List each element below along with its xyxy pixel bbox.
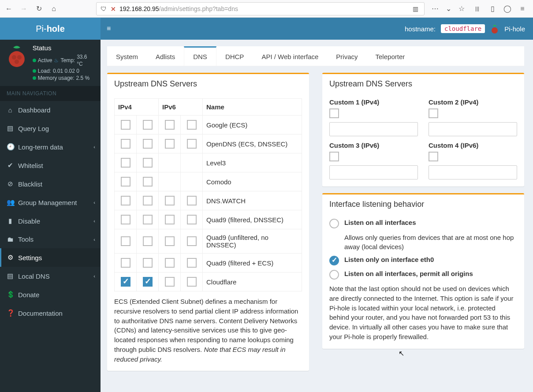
reader-mode-icon[interactable]: ▥ (410, 4, 421, 14)
sidebar-item-donate[interactable]: 💲Donate (0, 285, 101, 304)
content: SystemAdlistsDNSDHCPAPI / Web interfaceP… (101, 40, 531, 392)
dns-checkbox[interactable] (143, 215, 153, 224)
custom-2-checkbox[interactable] (429, 108, 438, 118)
dns-checkbox[interactable] (187, 277, 197, 287)
dns-checkbox[interactable] (121, 158, 130, 168)
nav-label: Tools (18, 235, 34, 243)
sidebar-item-group-management[interactable]: 👥Group Management‹ (0, 193, 101, 212)
listen-all-radio[interactable]: Listen on all interfaces (329, 219, 517, 228)
dns-checkbox[interactable] (165, 258, 175, 268)
dns-checkbox[interactable] (187, 196, 197, 205)
dns-checkbox[interactable] (165, 215, 175, 224)
reload-button[interactable]: ↻ (33, 3, 45, 15)
dns-checkbox[interactable] (121, 177, 130, 187)
logo[interactable]: Pi-hole (0, 18, 101, 40)
dns-checkbox[interactable] (121, 120, 130, 130)
home-button[interactable]: ⌂ (48, 3, 60, 15)
tab-system[interactable]: System (107, 46, 147, 66)
dns-checkbox[interactable] (143, 258, 153, 268)
th-ipv6: IPv6 (159, 99, 203, 116)
dns-name: Quad9 (filtered, DNSSEC) (203, 210, 302, 229)
nav-label: Donate (18, 291, 39, 299)
sidebar-item-documentation[interactable]: ❓Documentation (0, 304, 101, 322)
sidebar-item-long-term-data[interactable]: 🕘Long-term data‹ (0, 138, 101, 156)
status-title: Status (33, 44, 94, 52)
toggle-sidebar-button[interactable]: ≡ (101, 25, 117, 33)
sidebar-item-blacklist[interactable]: ⊘Blacklist (0, 175, 101, 193)
dns-checkbox[interactable] (121, 139, 130, 149)
tab-teleporter[interactable]: Teleporter (367, 46, 414, 66)
dns-name: Google (ECS) (203, 116, 302, 134)
dns-checkbox[interactable] (143, 158, 153, 168)
th-name: Name (203, 99, 302, 116)
custom-2-input[interactable] (429, 122, 517, 136)
sidebar-item-local-dns[interactable]: ▤Local DNS‹ (0, 267, 101, 285)
tab-adlists[interactable]: Adlists (147, 46, 184, 66)
custom-4-checkbox[interactable] (429, 152, 438, 161)
dns-checkbox[interactable] (121, 196, 130, 205)
listen-permit-all-radio[interactable]: Listen on all interfaces, permit all ori… (329, 270, 517, 280)
bookmark-star-icon[interactable]: ☆ (456, 4, 467, 14)
th-ipv4: IPv4 (115, 99, 159, 116)
custom-3-input[interactable] (329, 165, 418, 179)
mouse-cursor: ↖ (399, 349, 404, 358)
dns-name: DNS.WATCH (203, 191, 302, 210)
custom-1-input[interactable] (329, 122, 418, 136)
dns-checkbox[interactable] (143, 277, 153, 287)
nav-label: Query Log (18, 125, 49, 132)
svg-point-0 (492, 27, 498, 34)
sidebar-item-dashboard[interactable]: ⌂Dashboard (0, 101, 101, 119)
tab-privacy[interactable]: Privacy (327, 46, 366, 66)
nav-label: Disable (18, 217, 40, 225)
dns-checkbox[interactable] (165, 236, 175, 246)
dns-checkbox[interactable] (187, 236, 197, 246)
sidebar-item-whitelist[interactable]: ✔Whitelist (0, 156, 101, 175)
back-button[interactable]: ← (3, 3, 15, 15)
settings-tabs: SystemAdlistsDNSDHCPAPI / Web interfaceP… (107, 46, 524, 66)
sidebar-icon[interactable]: ▯ (487, 4, 498, 14)
dns-checkbox[interactable] (121, 215, 130, 224)
custom-dns-box: Upstream DNS Servers Custom 1 (IPv4) Cus… (322, 73, 524, 187)
forward-button[interactable]: → (18, 3, 30, 15)
dns-checkbox[interactable] (165, 139, 175, 149)
table-row: Comodo (115, 172, 302, 191)
nav-icon: 👥 (7, 198, 14, 206)
dns-checkbox[interactable] (165, 120, 175, 130)
status-block: Status Active ♨Temp: 33.6 °C Load: 0.01 … (0, 40, 101, 86)
dns-checkbox[interactable] (143, 236, 153, 246)
sidebar-item-query-log[interactable]: ▤Query Log (0, 119, 101, 138)
custom-1-checkbox[interactable] (329, 108, 339, 118)
insecure-icon: ⤫ (111, 5, 116, 12)
custom-3-field: Custom 3 (IPv6) (329, 142, 418, 179)
nav-icon: ⊘ (7, 180, 14, 188)
dns-checkbox[interactable] (187, 215, 197, 224)
dns-checkbox[interactable] (187, 139, 197, 149)
account-icon[interactable]: ◯ (502, 4, 513, 14)
sidebar-item-tools[interactable]: 🖿Tools‹ (0, 230, 101, 248)
dns-checkbox[interactable] (143, 120, 153, 130)
custom-4-input[interactable] (429, 165, 517, 179)
sidebar-item-settings[interactable]: ⚙Settings (0, 248, 101, 267)
dns-checkbox[interactable] (187, 258, 197, 268)
tab-dns[interactable]: DNS (184, 46, 216, 66)
url-text: 192.168.20.95/admin/settings.php?tab=dns (119, 5, 406, 12)
listen-eth0-radio[interactable]: Listen only on interface eth0 (329, 256, 517, 265)
sidebar-item-disable[interactable]: ▮Disable‹ (0, 212, 101, 230)
page-actions-icon[interactable]: ⋯ (430, 4, 440, 14)
library-icon[interactable]: ⫼ (472, 4, 483, 14)
dns-checkbox[interactable] (143, 177, 153, 187)
tab-api-web-interface[interactable]: API / Web interface (253, 46, 327, 66)
url-bar[interactable]: 🛡 ⤫ 192.168.20.95/admin/settings.php?tab… (96, 2, 425, 15)
custom-3-checkbox[interactable] (329, 152, 339, 161)
dns-checkbox[interactable] (121, 236, 130, 246)
dns-checkbox[interactable] (143, 139, 153, 149)
pocket-icon[interactable]: ⌄ (443, 4, 454, 14)
dns-checkbox[interactable] (143, 196, 153, 205)
dns-checkbox[interactable] (121, 258, 130, 268)
dns-checkbox[interactable] (165, 196, 175, 205)
dns-checkbox[interactable] (121, 277, 130, 287)
dns-checkbox[interactable] (165, 277, 175, 287)
tab-dhcp[interactable]: DHCP (216, 46, 253, 66)
menu-icon[interactable]: ≡ (517, 4, 528, 14)
dns-checkbox[interactable] (187, 120, 197, 130)
